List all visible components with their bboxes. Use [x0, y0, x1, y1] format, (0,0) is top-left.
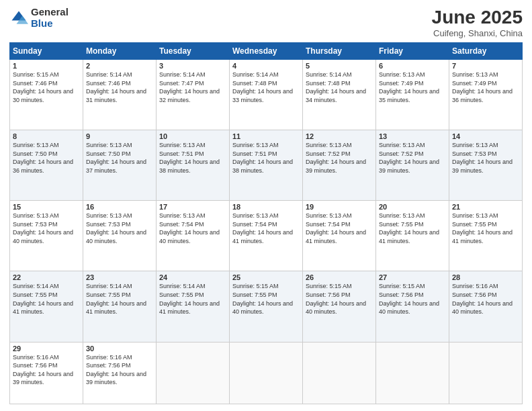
calendar-cell: [376, 342, 449, 404]
calendar-cell: 7 Sunrise: 5:13 AMSunset: 7:49 PMDayligh…: [449, 60, 523, 130]
calendar-cell: 10 Sunrise: 5:13 AMSunset: 7:51 PMDaylig…: [157, 130, 230, 201]
page: General Blue June 2025 Cuifeng, Shanxi, …: [0, 0, 532, 411]
logo: General Blue: [9, 7, 69, 29]
day-number: 21: [452, 203, 519, 211]
calendar-cell: 12 Sunrise: 5:13 AMSunset: 7:52 PMDaylig…: [303, 130, 376, 201]
day-info: Sunrise: 5:13 AMSunset: 7:52 PMDaylight:…: [306, 142, 366, 174]
calendar-cell: 28 Sunrise: 5:16 AMSunset: 7:56 PMDaylig…: [449, 271, 523, 342]
day-header-monday: Monday: [83, 43, 157, 60]
calendar-cell: 30 Sunrise: 5:16 AMSunset: 7:56 PMDaylig…: [83, 342, 157, 404]
day-info: Sunrise: 5:16 AMSunset: 7:56 PMDaylight:…: [86, 354, 146, 386]
calendar-cell: 18 Sunrise: 5:13 AMSunset: 7:54 PMDaylig…: [230, 201, 303, 271]
day-number: 1: [13, 62, 80, 70]
calendar-cell: 9 Sunrise: 5:13 AMSunset: 7:50 PMDayligh…: [83, 130, 157, 201]
day-info: Sunrise: 5:16 AMSunset: 7:56 PMDaylight:…: [452, 283, 513, 315]
day-info: Sunrise: 5:13 AMSunset: 7:53 PMDaylight:…: [452, 142, 513, 174]
calendar-cell: 5 Sunrise: 5:14 AMSunset: 7:48 PMDayligh…: [303, 60, 376, 130]
day-number: 8: [13, 132, 80, 140]
calendar-cell: [230, 342, 303, 404]
day-number: 9: [86, 132, 153, 140]
day-info: Sunrise: 5:16 AMSunset: 7:56 PMDaylight:…: [13, 354, 73, 386]
day-info: Sunrise: 5:13 AMSunset: 7:52 PMDaylight:…: [379, 142, 439, 174]
calendar-table: SundayMondayTuesdayWednesdayThursdayFrid…: [9, 42, 523, 404]
day-info: Sunrise: 5:14 AMSunset: 7:48 PMDaylight:…: [306, 71, 366, 103]
day-header-friday: Friday: [376, 43, 449, 60]
day-info: Sunrise: 5:13 AMSunset: 7:51 PMDaylight:…: [232, 142, 293, 174]
day-number: 24: [159, 273, 226, 281]
day-info: Sunrise: 5:13 AMSunset: 7:50 PMDaylight:…: [13, 142, 73, 174]
logo-icon: [9, 9, 28, 28]
day-number: 22: [13, 273, 80, 281]
calendar-week-3: 15 Sunrise: 5:13 AMSunset: 7:53 PMDaylig…: [10, 201, 523, 271]
day-info: Sunrise: 5:15 AMSunset: 7:56 PMDaylight:…: [306, 283, 366, 315]
day-number: 18: [232, 203, 300, 211]
day-number: 26: [306, 273, 373, 281]
day-number: 14: [452, 132, 519, 140]
day-header-wednesday: Wednesday: [230, 43, 303, 60]
calendar-cell: 14 Sunrise: 5:13 AMSunset: 7:53 PMDaylig…: [449, 130, 523, 201]
calendar-cell: 4 Sunrise: 5:14 AMSunset: 7:48 PMDayligh…: [230, 60, 303, 130]
calendar-cell: [449, 342, 523, 404]
location: Cuifeng, Shanxi, China: [432, 28, 523, 38]
calendar-cell: 11 Sunrise: 5:13 AMSunset: 7:51 PMDaylig…: [230, 130, 303, 201]
day-number: 16: [86, 203, 153, 211]
calendar-cell: 13 Sunrise: 5:13 AMSunset: 7:52 PMDaylig…: [376, 130, 449, 201]
day-number: 15: [13, 203, 80, 211]
logo-text: General Blue: [31, 7, 69, 29]
month-title: June 2025: [432, 7, 523, 28]
calendar-cell: 19 Sunrise: 5:13 AMSunset: 7:54 PMDaylig…: [303, 201, 376, 271]
calendar-cell: [303, 342, 376, 404]
calendar-cell: 17 Sunrise: 5:13 AMSunset: 7:54 PMDaylig…: [157, 201, 230, 271]
calendar-week-2: 8 Sunrise: 5:13 AMSunset: 7:50 PMDayligh…: [10, 130, 523, 201]
calendar-cell: 15 Sunrise: 5:13 AMSunset: 7:53 PMDaylig…: [10, 201, 83, 271]
day-info: Sunrise: 5:13 AMSunset: 7:49 PMDaylight:…: [452, 71, 513, 103]
day-info: Sunrise: 5:13 AMSunset: 7:54 PMDaylight:…: [306, 212, 366, 244]
day-number: 23: [86, 273, 153, 281]
day-info: Sunrise: 5:15 AMSunset: 7:55 PMDaylight:…: [232, 283, 293, 315]
calendar-cell: 3 Sunrise: 5:14 AMSunset: 7:47 PMDayligh…: [157, 60, 230, 130]
day-info: Sunrise: 5:13 AMSunset: 7:53 PMDaylight:…: [86, 212, 146, 244]
calendar-cell: 27 Sunrise: 5:15 AMSunset: 7:56 PMDaylig…: [376, 271, 449, 342]
day-number: 3: [159, 62, 226, 70]
calendar-cell: 24 Sunrise: 5:14 AMSunset: 7:55 PMDaylig…: [157, 271, 230, 342]
calendar-cell: 29 Sunrise: 5:16 AMSunset: 7:56 PMDaylig…: [10, 342, 83, 404]
day-info: Sunrise: 5:14 AMSunset: 7:46 PMDaylight:…: [86, 71, 146, 103]
day-info: Sunrise: 5:13 AMSunset: 7:55 PMDaylight:…: [379, 212, 439, 244]
day-info: Sunrise: 5:13 AMSunset: 7:53 PMDaylight:…: [13, 212, 73, 244]
calendar-week-5: 29 Sunrise: 5:16 AMSunset: 7:56 PMDaylig…: [10, 342, 523, 404]
logo-general: General: [31, 6, 69, 17]
calendar-cell: 6 Sunrise: 5:13 AMSunset: 7:49 PMDayligh…: [376, 60, 449, 130]
day-info: Sunrise: 5:14 AMSunset: 7:47 PMDaylight:…: [159, 71, 220, 103]
day-number: 29: [13, 345, 80, 353]
day-header-thursday: Thursday: [303, 43, 376, 60]
calendar-cell: 25 Sunrise: 5:15 AMSunset: 7:55 PMDaylig…: [230, 271, 303, 342]
day-info: Sunrise: 5:13 AMSunset: 7:49 PMDaylight:…: [379, 71, 439, 103]
calendar-cell: 1 Sunrise: 5:15 AMSunset: 7:46 PMDayligh…: [10, 60, 83, 130]
day-info: Sunrise: 5:14 AMSunset: 7:48 PMDaylight:…: [232, 71, 293, 103]
day-info: Sunrise: 5:13 AMSunset: 7:51 PMDaylight:…: [159, 142, 220, 174]
calendar-week-4: 22 Sunrise: 5:14 AMSunset: 7:55 PMDaylig…: [10, 271, 523, 342]
day-number: 28: [452, 273, 519, 281]
calendar-cell: 22 Sunrise: 5:14 AMSunset: 7:55 PMDaylig…: [10, 271, 83, 342]
day-header-sunday: Sunday: [10, 43, 83, 60]
day-number: 6: [379, 62, 446, 70]
day-header-tuesday: Tuesday: [157, 43, 230, 60]
calendar-cell: 21 Sunrise: 5:13 AMSunset: 7:55 PMDaylig…: [449, 201, 523, 271]
day-info: Sunrise: 5:13 AMSunset: 7:50 PMDaylight:…: [86, 142, 146, 174]
day-info: Sunrise: 5:14 AMSunset: 7:55 PMDaylight:…: [86, 283, 146, 315]
day-number: 2: [86, 62, 153, 70]
title-block: June 2025 Cuifeng, Shanxi, China: [432, 7, 523, 38]
day-number: 7: [452, 62, 519, 70]
day-info: Sunrise: 5:15 AMSunset: 7:46 PMDaylight:…: [13, 71, 73, 103]
calendar-header-row: SundayMondayTuesdayWednesdayThursdayFrid…: [10, 43, 523, 60]
day-info: Sunrise: 5:14 AMSunset: 7:55 PMDaylight:…: [159, 283, 220, 315]
calendar-cell: 2 Sunrise: 5:14 AMSunset: 7:46 PMDayligh…: [83, 60, 157, 130]
header: General Blue June 2025 Cuifeng, Shanxi, …: [9, 7, 523, 38]
calendar-cell: 26 Sunrise: 5:15 AMSunset: 7:56 PMDaylig…: [303, 271, 376, 342]
day-number: 27: [379, 273, 446, 281]
day-number: 19: [306, 203, 373, 211]
day-number: 11: [232, 132, 300, 140]
calendar-cell: 16 Sunrise: 5:13 AMSunset: 7:53 PMDaylig…: [83, 201, 157, 271]
day-number: 10: [159, 132, 226, 140]
calendar-cell: 8 Sunrise: 5:13 AMSunset: 7:50 PMDayligh…: [10, 130, 83, 201]
